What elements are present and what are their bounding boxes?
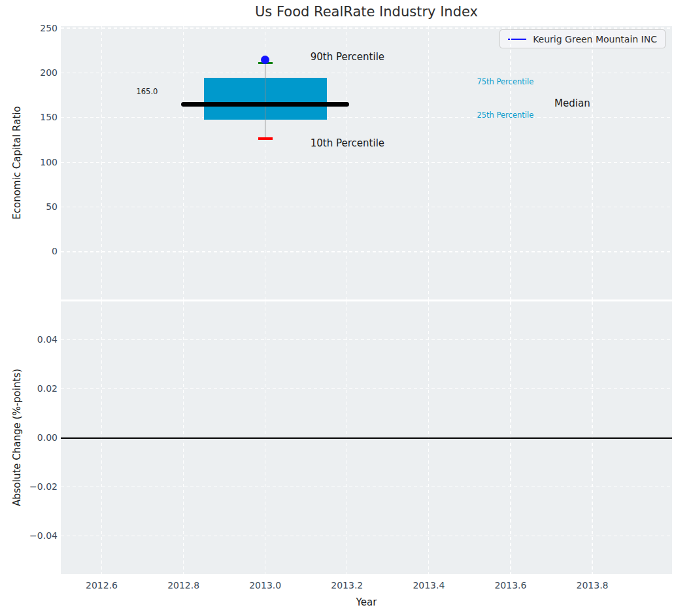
x-tick-label: 2013.8 — [569, 580, 615, 591]
y-tick-label: −0.02 — [29, 481, 58, 492]
x-tick-label: 2013.0 — [243, 580, 288, 591]
gridline-vertical — [428, 26, 429, 299]
x-tick-label: 2013.2 — [324, 580, 370, 591]
y-tick-label: 50 — [46, 201, 58, 213]
legend-label: Keurig Green Mountain INC — [533, 34, 657, 44]
p10-label: 10th Percentile — [311, 137, 384, 149]
gridline-horizontal — [61, 207, 672, 207]
y-tick-label: 150 — [40, 112, 58, 123]
gridline-horizontal — [61, 388, 672, 389]
whisker-line — [265, 63, 266, 139]
whisker-cap-10th — [258, 137, 273, 140]
gridline-horizontal — [61, 73, 672, 73]
gridline-horizontal — [61, 27, 672, 28]
p25-label: 25th Percentile — [477, 111, 533, 120]
x-tick-label: 2012.8 — [161, 580, 207, 591]
gridline-vertical — [101, 26, 102, 299]
x-tick-label: 2013.4 — [406, 580, 452, 591]
bottom-y-axis-label: Absolute Change (%-points) — [11, 369, 23, 506]
gridline-vertical — [510, 26, 511, 299]
y-tick-label: 250 — [40, 23, 58, 34]
y-tick-label: −0.04 — [29, 530, 58, 541]
x-axis-label: Year — [61, 596, 672, 608]
y-tick-label: 0.00 — [37, 432, 58, 443]
median-label: Median — [554, 97, 590, 109]
y-tick-label: 0.02 — [37, 383, 58, 394]
x-tick-label: 2013.6 — [488, 580, 533, 591]
top-y-axis-label: Economic Capital Ratio — [11, 106, 23, 219]
median-line — [181, 102, 348, 107]
gridline-horizontal — [61, 251, 672, 252]
gridline-vertical — [346, 26, 347, 299]
gridline-vertical — [592, 26, 592, 299]
p90-label: 90th Percentile — [311, 51, 384, 63]
gridline-horizontal — [61, 536, 672, 536]
chart-title: Us Food RealRate Industry Index — [61, 4, 672, 20]
gridline-horizontal — [61, 339, 672, 340]
y-tick-label: 0 — [52, 246, 58, 257]
median-value-label: 165.0 — [136, 87, 158, 96]
y-tick-label: 200 — [40, 67, 58, 78]
gridline-vertical — [183, 26, 184, 299]
zero-line — [61, 437, 672, 439]
legend: Keurig Green Mountain INC — [499, 29, 666, 48]
gridline-horizontal — [61, 117, 672, 118]
p75-label: 75th Percentile — [477, 77, 533, 86]
x-tick-label: 2012.6 — [79, 580, 125, 591]
gridline-horizontal — [61, 162, 672, 163]
top-axes — [61, 26, 672, 299]
gridline-horizontal — [61, 487, 672, 487]
y-tick-label: 100 — [40, 157, 58, 168]
figure: Us Food RealRate Industry Index Economic… — [0, 0, 676, 616]
y-tick-label: 0.04 — [37, 334, 58, 345]
